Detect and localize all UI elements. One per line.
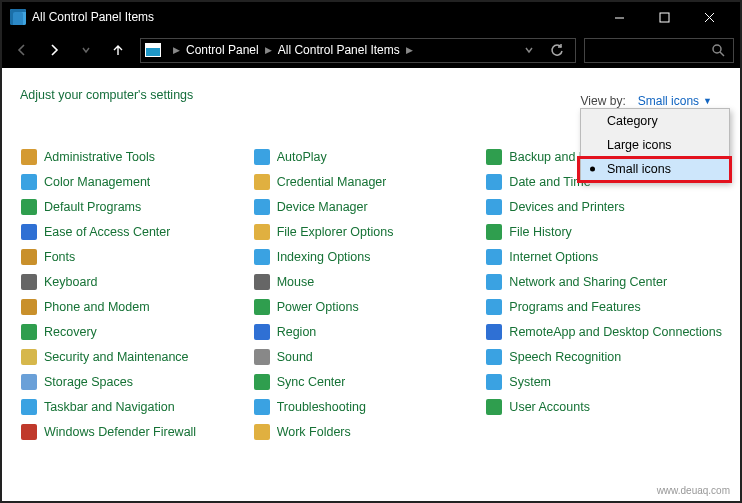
chevron-right-icon: ▶ (400, 45, 419, 55)
back-button[interactable] (8, 36, 36, 64)
item-label: Mouse (277, 275, 315, 289)
item-icon (253, 398, 271, 416)
item-icon (253, 323, 271, 341)
maximize-button[interactable] (642, 2, 687, 32)
breadcrumb-page[interactable]: All Control Panel Items (278, 43, 400, 57)
control-panel-item[interactable]: Indexing Options (253, 244, 480, 269)
svg-rect-1 (660, 13, 669, 22)
item-label: Recovery (44, 325, 97, 339)
control-panel-item[interactable]: Speech Recognition (485, 344, 722, 369)
item-label: Phone and Modem (44, 300, 150, 314)
up-button[interactable] (104, 36, 132, 64)
menu-item-small-icons[interactable]: Small icons (581, 157, 729, 181)
item-label: Sound (277, 350, 313, 364)
item-icon (253, 298, 271, 316)
view-by-value: Small icons (638, 94, 699, 108)
item-label: Sync Center (277, 375, 346, 389)
control-panel-item[interactable]: Storage Spaces (20, 369, 247, 394)
control-panel-item[interactable]: RemoteApp and Desktop Connections (485, 319, 722, 344)
item-label: Power Options (277, 300, 359, 314)
item-icon (20, 148, 38, 166)
content-area: Adjust your computer's settings View by:… (2, 68, 740, 501)
item-label: Fonts (44, 250, 75, 264)
item-icon (253, 173, 271, 191)
watermark: www.deuaq.com (657, 485, 730, 496)
item-label: Devices and Printers (509, 200, 624, 214)
item-label: Device Manager (277, 200, 368, 214)
item-icon (253, 248, 271, 266)
svg-line-5 (720, 52, 724, 56)
item-label: Storage Spaces (44, 375, 133, 389)
control-panel-item[interactable]: Sound (253, 344, 480, 369)
minimize-button[interactable] (597, 2, 642, 32)
control-panel-item[interactable]: Taskbar and Navigation (20, 394, 247, 419)
menu-item-category[interactable]: Category (581, 109, 729, 133)
item-label: Security and Maintenance (44, 350, 189, 364)
control-panel-item[interactable]: Default Programs (20, 194, 247, 219)
control-panel-item[interactable]: Internet Options (485, 244, 722, 269)
window-title: All Control Panel Items (32, 10, 597, 24)
item-icon (20, 173, 38, 191)
forward-button[interactable] (40, 36, 68, 64)
history-dropdown-button[interactable] (515, 38, 543, 62)
control-panel-item[interactable]: Region (253, 319, 480, 344)
item-label: RemoteApp and Desktop Connections (509, 325, 722, 339)
item-icon (20, 273, 38, 291)
item-label: Indexing Options (277, 250, 371, 264)
item-icon (253, 273, 271, 291)
refresh-button[interactable] (543, 38, 571, 62)
control-panel-item[interactable]: User Accounts (485, 394, 722, 419)
search-input[interactable] (584, 38, 734, 63)
breadcrumb[interactable]: ▶ Control Panel ▶ All Control Panel Item… (140, 38, 576, 63)
search-icon (711, 43, 725, 57)
control-panel-item[interactable]: Sync Center (253, 369, 480, 394)
item-icon (253, 423, 271, 441)
control-panel-item[interactable]: Power Options (253, 294, 480, 319)
item-label: Speech Recognition (509, 350, 621, 364)
control-panel-item[interactable]: Device Manager (253, 194, 480, 219)
item-icon (20, 348, 38, 366)
menu-item-large-icons[interactable]: Large icons (581, 133, 729, 157)
item-icon (485, 298, 503, 316)
title-bar: All Control Panel Items (2, 2, 740, 32)
item-icon (20, 398, 38, 416)
control-panel-item[interactable]: Phone and Modem (20, 294, 247, 319)
control-panel-item[interactable]: AutoPlay (253, 144, 480, 169)
control-panel-item[interactable]: Fonts (20, 244, 247, 269)
control-panel-item[interactable]: Network and Sharing Center (485, 269, 722, 294)
item-icon (253, 148, 271, 166)
item-icon (485, 273, 503, 291)
item-icon (253, 348, 271, 366)
control-panel-item[interactable]: File History (485, 219, 722, 244)
control-panel-item[interactable]: Work Folders (253, 419, 480, 444)
control-panel-item[interactable]: System (485, 369, 722, 394)
breadcrumb-root[interactable]: Control Panel (186, 43, 259, 57)
recent-dropdown-button[interactable] (72, 36, 100, 64)
item-icon (253, 373, 271, 391)
item-icon (485, 148, 503, 166)
control-panel-item[interactable]: Recovery (20, 319, 247, 344)
item-label: AutoPlay (277, 150, 327, 164)
item-icon (485, 323, 503, 341)
control-panel-item[interactable]: Administrative Tools (20, 144, 247, 169)
control-panel-item[interactable]: Security and Maintenance (20, 344, 247, 369)
item-label: File Explorer Options (277, 225, 394, 239)
control-panel-item[interactable]: Windows Defender Firewall (20, 419, 247, 444)
control-panel-item[interactable]: Troubleshooting (253, 394, 480, 419)
item-icon (20, 323, 38, 341)
item-label: Region (277, 325, 317, 339)
close-button[interactable] (687, 2, 732, 32)
control-panel-item[interactable]: Mouse (253, 269, 480, 294)
chevron-right-icon: ▶ (259, 45, 278, 55)
control-panel-item[interactable]: File Explorer Options (253, 219, 480, 244)
caret-down-icon: ▼ (703, 96, 712, 106)
control-panel-item[interactable]: Color Management (20, 169, 247, 194)
item-label: File History (509, 225, 572, 239)
control-panel-item[interactable]: Programs and Features (485, 294, 722, 319)
control-panel-item[interactable]: Keyboard (20, 269, 247, 294)
item-icon (20, 423, 38, 441)
control-panel-item[interactable]: Devices and Printers (485, 194, 722, 219)
control-panel-item[interactable]: Ease of Access Center (20, 219, 247, 244)
control-panel-item[interactable]: Credential Manager (253, 169, 480, 194)
view-by-menu: Category Large icons Small icons (580, 108, 730, 182)
